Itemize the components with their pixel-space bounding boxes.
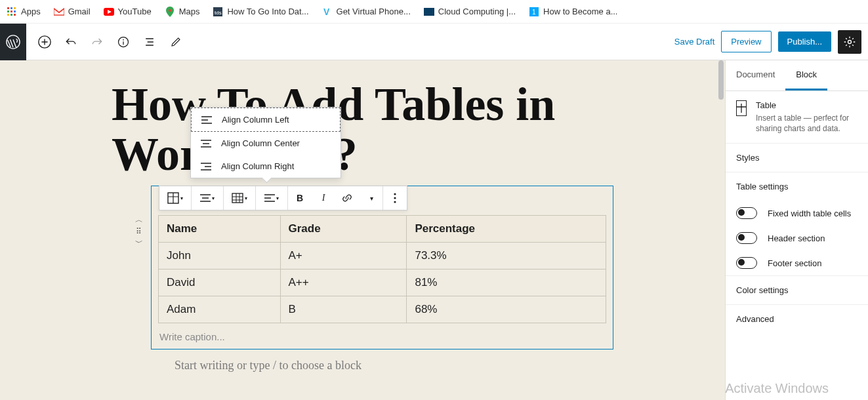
block-name: Table bbox=[756, 100, 858, 110]
toggle-fixed-width[interactable] bbox=[736, 207, 757, 219]
svg-rect-5 bbox=[14, 10, 16, 12]
advanced-panel[interactable]: Advanced bbox=[726, 304, 868, 333]
undo-button[interactable] bbox=[59, 30, 83, 54]
wordpress-logo[interactable] bbox=[0, 24, 26, 60]
bookmark-virtual-phone[interactable]: V Get Virtual Phone... bbox=[322, 7, 411, 17]
bookmark-become[interactable]: 1 How to Become a... bbox=[529, 7, 617, 17]
bold-button[interactable]: B bbox=[288, 186, 312, 210]
scrollbar-thumb[interactable] bbox=[718, 60, 724, 100]
editor-canvas[interactable]: How To Add Tables in WordPress? ︿ ⠿ ﹀ Al… bbox=[0, 60, 725, 400]
table-block: ︿ ⠿ ﹀ Align Column Left Align Column Cen… bbox=[151, 186, 613, 372]
bookmark-apps[interactable]: Apps bbox=[7, 7, 41, 17]
color-settings-panel[interactable]: Color settings bbox=[726, 275, 868, 304]
toggle-label: Footer section bbox=[768, 258, 821, 268]
bookmark-howto-data[interactable]: tds How To Go Into Dat... bbox=[213, 7, 308, 17]
table-caption-input[interactable]: Write caption... bbox=[152, 327, 613, 349]
save-draft-button[interactable]: Save Draft bbox=[674, 37, 714, 47]
toggle-footer-row: Footer section bbox=[726, 250, 868, 275]
svg-rect-7 bbox=[10, 14, 12, 16]
move-down-button[interactable]: ﹀ bbox=[135, 237, 143, 249]
block-type-button[interactable]: ▾ bbox=[159, 186, 191, 210]
post-title[interactable]: How To Add Tables in WordPress? bbox=[0, 60, 725, 186]
svg-rect-8 bbox=[14, 14, 16, 16]
bookmark-gmail[interactable]: Gmail bbox=[54, 7, 91, 17]
bookmark-label: YouTube bbox=[118, 7, 152, 16]
italic-button[interactable]: I bbox=[312, 186, 335, 210]
bookmark-label: Apps bbox=[21, 7, 41, 16]
table-cell[interactable]: David bbox=[159, 270, 281, 296]
table-header-cell[interactable]: Percentage bbox=[407, 216, 606, 243]
toggle-footer-section[interactable] bbox=[736, 257, 757, 269]
column-align-menu: Align Column Left Align Column Center Al… bbox=[190, 107, 341, 178]
bookmark-label: How to Become a... bbox=[543, 7, 617, 16]
block-toolbar: ▾ ▾ ▾ ▾ B I ▾ bbox=[159, 186, 407, 210]
edit-button[interactable] bbox=[164, 30, 188, 54]
styles-section-header[interactable]: Styles bbox=[726, 144, 868, 172]
table-cell[interactable]: 73.3% bbox=[407, 243, 606, 270]
svg-rect-23 bbox=[232, 193, 243, 203]
svg-rect-6 bbox=[7, 14, 9, 16]
table-cell[interactable]: Adam bbox=[159, 296, 281, 323]
editor-top-bar: Save Draft Preview Publish... bbox=[0, 24, 868, 60]
bookmark-label: Get Virtual Phone... bbox=[337, 7, 411, 16]
bookmark-label: Maps bbox=[179, 7, 200, 16]
apps-icon bbox=[7, 7, 17, 17]
tab-document[interactable]: Document bbox=[726, 60, 785, 90]
table-block-icon bbox=[736, 100, 747, 116]
redo-button[interactable] bbox=[85, 30, 109, 54]
block-appender[interactable]: Start writing or type / to choose a bloc… bbox=[175, 359, 613, 372]
block-options-button[interactable] bbox=[383, 186, 407, 210]
gmail-icon bbox=[54, 7, 64, 17]
link-button[interactable] bbox=[335, 186, 359, 210]
column-align-button[interactable]: ▾ bbox=[256, 186, 287, 210]
selected-block-frame: ▾ ▾ ▾ ▾ B I ▾ bbox=[151, 186, 613, 350]
canvas-scrollbar[interactable] bbox=[714, 60, 725, 400]
table-cell[interactable]: 68% bbox=[407, 296, 606, 323]
block-mover: ︿ ⠿ ﹀ bbox=[131, 214, 147, 249]
outline-button[interactable] bbox=[138, 30, 161, 54]
edit-table-button[interactable]: ▾ bbox=[224, 186, 255, 210]
more-rich-text-button[interactable]: ▾ bbox=[359, 186, 382, 210]
bookmark-youtube[interactable]: YouTube bbox=[104, 7, 152, 17]
bookmark-cloud[interactable]: Cloud Computing |... bbox=[424, 7, 516, 17]
align-column-center-option[interactable]: Align Column Center bbox=[191, 132, 341, 155]
tab-block[interactable]: Block bbox=[785, 60, 827, 90]
svg-point-20 bbox=[123, 39, 124, 40]
settings-button[interactable] bbox=[838, 30, 861, 54]
add-block-button[interactable] bbox=[33, 30, 56, 54]
toggle-header-section[interactable] bbox=[736, 232, 757, 244]
table-cell[interactable]: 81% bbox=[407, 270, 606, 296]
svg-point-21 bbox=[848, 40, 852, 43]
table-cell[interactable]: A+ bbox=[280, 243, 407, 270]
bookmark-maps[interactable]: Maps bbox=[165, 7, 200, 17]
toggle-label: Fixed width table cells bbox=[768, 209, 851, 218]
table-header-cell[interactable]: Name bbox=[159, 216, 281, 243]
toggle-label: Header section bbox=[768, 233, 825, 243]
align-block-button[interactable]: ▾ bbox=[192, 186, 223, 210]
right-toolbar: Save Draft Preview Publish... bbox=[674, 24, 868, 60]
align-right-icon bbox=[200, 162, 212, 171]
move-up-button[interactable]: ︿ bbox=[135, 214, 143, 226]
table-cell[interactable]: John bbox=[159, 243, 281, 270]
align-column-left-option[interactable]: Align Column Left bbox=[191, 108, 341, 132]
preview-button[interactable]: Preview bbox=[721, 31, 771, 52]
table-header-cell[interactable]: Grade bbox=[280, 216, 407, 243]
publish-button[interactable]: Publish... bbox=[778, 31, 831, 52]
svg-rect-4 bbox=[10, 10, 12, 12]
align-column-right-option[interactable]: Align Column Right bbox=[191, 155, 341, 178]
svg-point-10 bbox=[169, 9, 171, 12]
bookmarks-bar: Apps Gmail YouTube Maps tds How To Go In… bbox=[0, 0, 868, 24]
svg-text:V: V bbox=[323, 7, 330, 16]
table-cell[interactable]: A++ bbox=[280, 270, 407, 296]
one-icon: 1 bbox=[529, 7, 539, 17]
settings-sidebar: Document Block Table Insert a table — pe… bbox=[725, 60, 868, 400]
drag-handle[interactable]: ⠿ bbox=[136, 227, 142, 236]
bookmark-label: Gmail bbox=[68, 7, 91, 16]
data-table[interactable]: Name Grade Percentage John A+ 73.3% D bbox=[158, 215, 606, 323]
toggle-header-row: Header section bbox=[726, 226, 868, 250]
page-icon: tds bbox=[213, 7, 223, 17]
menu-item-label: Align Column Left bbox=[222, 115, 289, 125]
info-button[interactable] bbox=[112, 30, 135, 54]
table-cell[interactable]: B bbox=[280, 296, 407, 323]
menu-item-label: Align Column Center bbox=[221, 138, 300, 148]
